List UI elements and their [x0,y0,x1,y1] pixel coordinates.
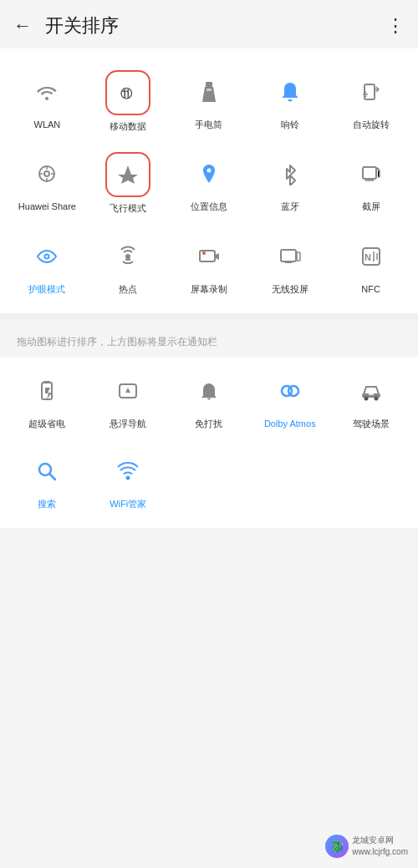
no-disturb-icon-wrapper [187,369,231,413]
screenshot-icon-wrapper [349,152,393,195]
icon-item-no-disturb[interactable]: 免打扰 [169,361,250,441]
more-button[interactable]: ⋮ [386,15,405,37]
huawei-share-icon-wrapper [25,152,69,195]
hotspot-icon [116,245,140,268]
top-icon-grid: WLAN ⑪ 移动数据 手电筒 [7,62,411,307]
svg-point-7 [206,169,211,173]
icon-item-flashlight[interactable]: 手电筒 [169,62,250,144]
svg-point-27 [374,396,378,400]
location-icon [197,162,221,185]
airplane-label: 飞行模式 [110,202,146,214]
inactive-icons-section: 超级省电 悬浮导航 免打扰 [0,358,418,529]
icon-item-bluetooth[interactable]: 蓝牙 [249,144,330,226]
wireless-project-label: 无线投屏 [272,283,308,295]
watermark: 🐉 龙城安卓网 www.lcjrfg.com [325,835,408,858]
svg-point-26 [364,396,368,400]
screenshot-label: 截屏 [362,201,380,212]
page-title: 开关排序 [45,13,386,38]
svg-point-6 [44,171,49,176]
svg-text:N: N [364,252,371,262]
icon-item-screenshot[interactable]: 截屏 [330,144,411,226]
svg-rect-8 [363,167,376,179]
icon-item-floating-nav[interactable]: 悬浮导航 [88,361,169,441]
svg-text:⑪: ⑪ [120,87,133,100]
wifi-manager-icon-wrapper [106,449,150,493]
driving-icon-wrapper [349,369,393,413]
svg-point-14 [202,251,206,255]
mobile-data-label: 移动数据 [110,120,146,132]
huawei-share-label: Huawei Share [18,201,76,212]
wireless-project-icon-wrapper [268,235,312,278]
floating-nav-icon [116,379,140,403]
screen-record-icon-wrapper [187,235,231,278]
icon-item-dolby[interactable]: Dolby Atmos [249,361,330,441]
no-disturb-icon [197,379,221,403]
icon-item-mobile-data[interactable]: ⑪ 移动数据 [88,62,169,144]
wlan-label: WLAN [34,119,61,130]
svg-point-11 [125,254,130,259]
hint-section: 拖动图标进行排序，上方图标将显示在通知栏 [0,320,418,358]
svg-point-10 [46,255,48,257]
icon-item-location[interactable]: 位置信息 [169,144,250,226]
watermark-text: 龙城安卓网 www.lcjrfg.com [352,835,408,858]
search-icon-wrapper [25,449,69,493]
icon-item-eye-comfort[interactable]: 护眼模式 [7,226,88,307]
svg-rect-15 [281,250,296,261]
ringtone-icon-wrapper [268,70,312,114]
icon-item-screen-record[interactable]: 屏幕录制 [169,226,250,307]
dolby-icon [278,379,302,403]
wlan-icon [35,80,59,104]
icon-item-wlan[interactable]: WLAN [7,62,88,144]
screen-record-icon [197,245,221,268]
icon-item-nfc[interactable]: N NFC [330,226,411,307]
super-save-label: 超级省电 [28,418,65,429]
eye-comfort-label: 护眼模式 [28,283,65,295]
icon-item-hotspot[interactable]: 热点 [88,226,169,307]
super-save-icon [35,379,59,403]
wifi-manager-label: WiFi管家 [110,498,146,510]
bottom-icon-grid: 超级省电 悬浮导航 免打扰 [7,361,411,522]
mobile-data-icon-wrapper: ⑪ [105,70,150,115]
airplane-icon-wrapper [105,152,150,197]
wireless-project-icon [278,245,302,268]
icon-item-driving[interactable]: 驾驶场景 [330,361,411,441]
icon-item-wireless-project[interactable]: 无线投屏 [249,226,330,307]
icon-item-wifi-manager[interactable]: WiFi管家 [88,441,169,521]
floating-nav-icon-wrapper [106,369,150,413]
driving-icon [359,379,383,403]
icon-item-ringtone[interactable]: 响铃 [249,62,330,144]
section-divider [0,313,418,320]
airplane-icon [116,163,140,186]
svg-rect-17 [297,252,300,261]
auto-rotate-icon-wrapper [349,70,393,114]
huawei-share-icon [35,162,59,185]
icon-item-huawei-share[interactable]: Huawei Share [7,144,88,226]
wlan-icon-wrapper [25,70,69,114]
nfc-icon-wrapper: N [349,235,393,278]
nfc-icon: N [359,245,383,268]
nfc-label: NFC [361,283,380,295]
hotspot-label: 热点 [119,283,137,295]
icon-item-airplane[interactable]: 飞行模式 [88,144,169,226]
svg-rect-1 [206,82,212,87]
wifi-manager-icon [116,459,140,483]
floating-nav-label: 悬浮导航 [110,418,146,429]
hotspot-icon-wrapper [106,235,150,278]
location-label: 位置信息 [191,201,227,212]
screenshot-icon [359,162,383,185]
icon-item-search[interactable]: 搜索 [7,441,88,521]
svg-point-24 [288,386,298,396]
flashlight-icon [197,80,221,104]
super-save-icon-wrapper [25,369,69,413]
dolby-icon-wrapper [268,369,312,413]
mobile-data-icon: ⑪ [116,81,140,104]
svg-point-29 [126,476,130,480]
icon-item-super-save[interactable]: 超级省电 [7,361,88,441]
svg-rect-21 [43,381,50,383]
auto-rotate-label: 自动旋转 [353,119,390,130]
eye-comfort-icon [35,245,59,268]
ringtone-label: 响铃 [281,119,299,130]
search-label: 搜索 [38,498,56,510]
icon-item-auto-rotate[interactable]: 自动旋转 [330,62,411,144]
back-button[interactable]: ← [13,15,32,37]
